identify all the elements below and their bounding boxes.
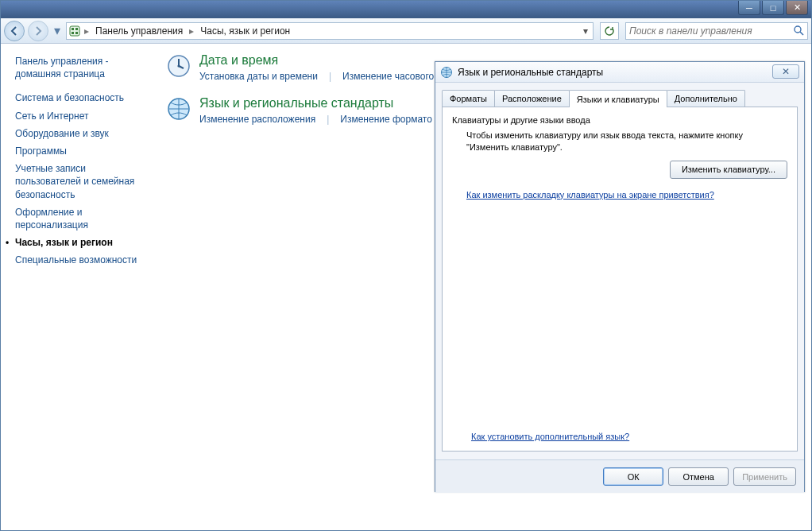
minimize-button[interactable]: ─: [738, 1, 760, 15]
group-text: Чтобы изменить клавиатуру или язык ввода…: [466, 130, 787, 154]
task-link[interactable]: Изменение часового: [342, 71, 434, 82]
tab[interactable]: Расположение: [494, 90, 570, 107]
change-keyboard-button[interactable]: Изменить клавиатуру...: [670, 161, 787, 179]
dialog-close-button[interactable]: ✕: [772, 64, 799, 79]
dialog-footer: ОК Отмена Применить: [435, 459, 804, 493]
ok-button[interactable]: ОК: [603, 467, 663, 486]
window-titlebar: ─ □ ✕: [1, 1, 811, 18]
maximize-button[interactable]: □: [762, 1, 784, 15]
task-link[interactable]: Изменение формато: [340, 114, 432, 125]
clock-icon: [166, 53, 191, 79]
svg-line-6: [800, 32, 803, 35]
sidebar-item[interactable]: Система и безопасность: [15, 91, 152, 104]
task-link[interactable]: Установка даты и времени: [199, 71, 318, 82]
refresh-button[interactable]: [600, 22, 619, 40]
arrow-right-icon: [33, 26, 43, 36]
breadcrumb-item[interactable]: Часы, язык и регион: [195, 25, 295, 37]
history-dropdown[interactable]: ▾: [52, 21, 63, 41]
control-panel-icon: [67, 25, 83, 37]
search-box[interactable]: [625, 22, 808, 40]
tab[interactable]: Дополнительно: [667, 90, 745, 107]
svg-rect-3: [72, 32, 74, 34]
svg-rect-0: [70, 26, 79, 36]
cancel-button[interactable]: Отмена: [668, 467, 729, 486]
sidebar-item[interactable]: Оборудование и звук: [15, 127, 152, 140]
sidebar-item[interactable]: Специальные возможности: [15, 254, 152, 266]
sidebar-item[interactable]: Программы: [15, 145, 152, 157]
breadcrumb-sep: ▸: [188, 25, 195, 37]
search-input[interactable]: [629, 25, 794, 37]
region-dialog: Язык и региональные стандарты ✕ ФорматыР…: [435, 61, 805, 492]
breadcrumb-item[interactable]: Панель управления: [91, 25, 188, 37]
tab[interactable]: Языки и клавиатуры: [569, 90, 667, 107]
svg-rect-1: [72, 28, 74, 30]
navbar: ▾ ▸ Панель управления ▸ Часы, язык и рег…: [1, 18, 811, 44]
breadcrumb-sep: ▸: [83, 25, 91, 37]
group-title: Клавиатуры и другие языки ввода: [452, 115, 787, 125]
back-button[interactable]: [4, 21, 25, 41]
dialog-titlebar: Язык и региональные стандарты ✕: [435, 62, 804, 83]
tab[interactable]: Форматы: [442, 90, 495, 107]
close-button[interactable]: ✕: [786, 1, 808, 15]
sidebar-item[interactable]: Часы, язык и регион: [15, 236, 152, 249]
globe-icon: [440, 66, 453, 79]
sidebar-item[interactable]: Оформление и персонализация: [15, 206, 152, 231]
svg-point-5: [795, 26, 801, 33]
control-panel-window: ─ □ ✕ ▾ ▸ Панель управления ▸ Часы, язык…: [0, 0, 812, 531]
welcome-screen-help-link[interactable]: Как изменить раскладку клавиатуры на экр…: [466, 190, 714, 200]
globe-icon: [166, 96, 191, 122]
sidebar-item[interactable]: Сеть и Интернет: [15, 110, 152, 122]
dialog-title: Язык и региональные стандарты: [458, 67, 603, 78]
sidebar: Панель управления - домашняя страница Си…: [1, 44, 160, 531]
svg-rect-2: [75, 28, 78, 30]
address-dropdown[interactable]: ▾: [578, 25, 593, 37]
tab-panel: Клавиатуры и другие языки ввода Чтобы из…: [442, 107, 798, 452]
apply-button[interactable]: Применить: [733, 467, 796, 486]
refresh-icon: [604, 25, 615, 37]
task-link[interactable]: Изменение расположения: [199, 114, 315, 125]
install-language-help-link[interactable]: Как установить дополнительный язык?: [471, 432, 629, 441]
sidebar-home-link[interactable]: Панель управления - домашняя страница: [15, 55, 152, 80]
arrow-left-icon: [10, 26, 19, 36]
svg-point-10: [177, 64, 180, 67]
address-bar[interactable]: ▸ Панель управления ▸ Часы, язык и регио…: [66, 22, 594, 40]
svg-rect-4: [75, 32, 78, 34]
sidebar-item[interactable]: Учетные записи пользователей и семейная …: [15, 162, 152, 201]
tab-strip: ФорматыРасположениеЯзыки и клавиатурыДоп…: [442, 90, 798, 107]
search-icon: [794, 25, 804, 36]
forward-button[interactable]: [28, 21, 48, 41]
